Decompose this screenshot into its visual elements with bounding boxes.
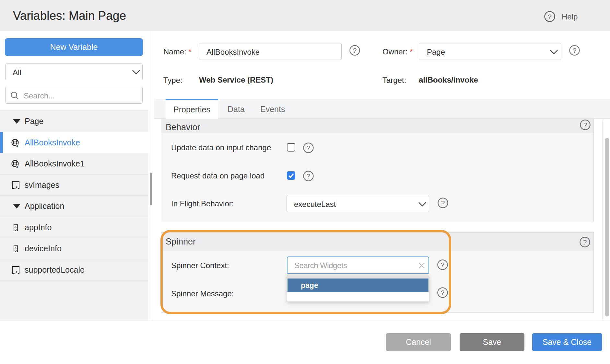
svg-text:x: x xyxy=(16,163,18,168)
svg-text:?: ? xyxy=(307,172,311,180)
svg-text:?: ? xyxy=(573,47,577,54)
svg-text:x: x xyxy=(15,183,18,189)
svg-text:?: ? xyxy=(548,13,552,20)
svg-text:?: ? xyxy=(307,144,311,152)
svg-text:?: ? xyxy=(583,121,587,129)
svg-text:?: ? xyxy=(441,199,445,207)
svg-text:?: ? xyxy=(583,238,587,246)
svg-text:x: x xyxy=(15,245,17,249)
svg-text:x: x xyxy=(16,142,18,147)
svg-text:x: x xyxy=(15,224,17,228)
svg-text:?: ? xyxy=(353,47,357,54)
svg-text:x: x xyxy=(15,268,18,274)
